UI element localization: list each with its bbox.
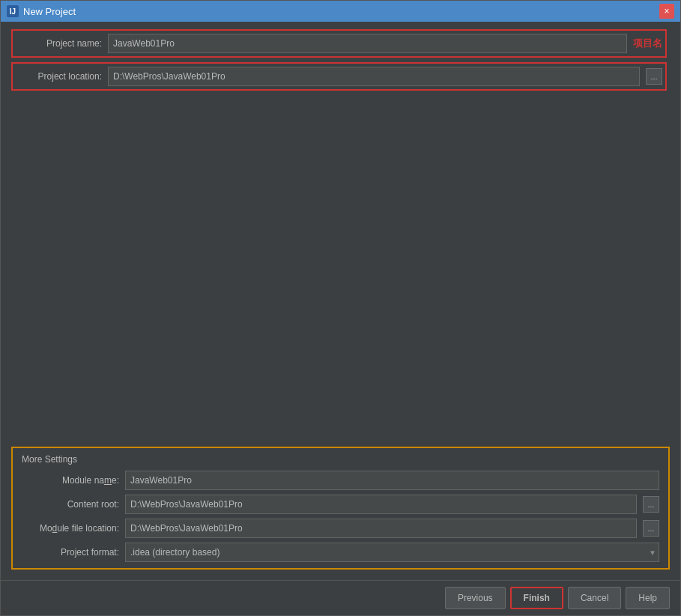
title-bar: IJ New Project × xyxy=(1,1,680,22)
project-location-input[interactable] xyxy=(108,67,640,86)
project-name-label: Project name: xyxy=(16,38,102,49)
project-name-input[interactable] xyxy=(108,34,627,53)
module-file-location-input[interactable] xyxy=(125,519,637,538)
dialog: IJ New Project × Project name: 项目名 Proje… xyxy=(0,0,681,616)
project-name-section: Project name: 项目名 xyxy=(11,29,667,58)
project-name-annotation: 项目名 xyxy=(633,37,662,50)
content-root-input[interactable] xyxy=(125,495,637,514)
dialog-title: New Project xyxy=(23,6,76,17)
content-spacer xyxy=(11,95,670,442)
title-bar-left: IJ New Project xyxy=(7,5,76,17)
project-location-section: Project location: ... xyxy=(11,62,667,91)
more-settings-section: More Settings Module name: Content root:… xyxy=(11,447,670,570)
project-format-label: Project format: xyxy=(22,547,119,558)
project-location-label: Project location: xyxy=(16,71,102,82)
project-location-browse-button[interactable]: ... xyxy=(646,68,662,85)
intellij-icon: IJ xyxy=(7,5,19,17)
module-file-location-row: Module file location: ... xyxy=(22,519,659,538)
content-root-row: Content root: ... xyxy=(22,495,659,514)
module-name-row: Module name: xyxy=(22,471,659,490)
module-name-input[interactable] xyxy=(125,471,659,490)
cancel-button[interactable]: Cancel xyxy=(568,587,621,609)
project-format-select[interactable]: .idea (directory based) .ipr (file based… xyxy=(125,543,659,562)
previous-button[interactable]: Previous xyxy=(445,587,506,609)
project-format-row: Project format: .idea (directory based) … xyxy=(22,543,659,562)
close-button[interactable]: × xyxy=(659,4,674,19)
module-name-label: Module name: xyxy=(22,475,119,486)
more-settings-title: More Settings xyxy=(22,454,659,465)
bottom-bar: Previous Finish Cancel Help xyxy=(1,580,680,615)
content-root-label: Content root: xyxy=(22,499,119,510)
help-button[interactable]: Help xyxy=(626,587,670,609)
content-area: Project name: 项目名 Project location: ... … xyxy=(1,22,680,580)
content-root-browse-button[interactable]: ... xyxy=(643,496,659,513)
module-file-location-label: Module file location: xyxy=(22,523,119,534)
project-format-select-wrap: .idea (directory based) .ipr (file based… xyxy=(125,543,659,562)
module-file-location-browse-button[interactable]: ... xyxy=(643,520,659,537)
finish-button[interactable]: Finish xyxy=(510,587,563,609)
